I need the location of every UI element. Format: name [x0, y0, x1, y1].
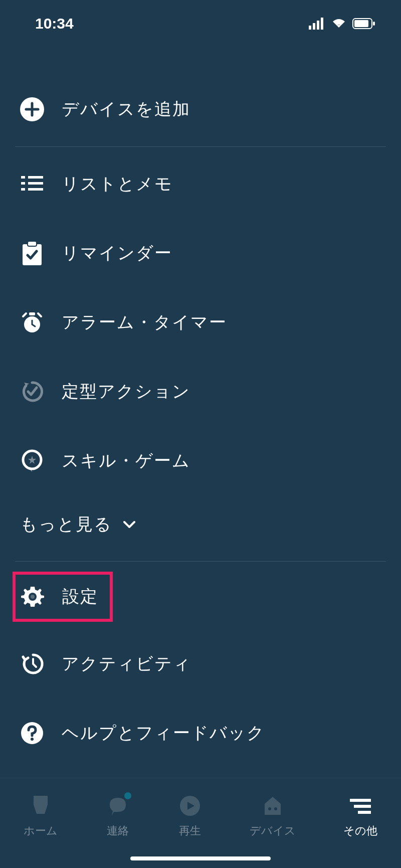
status-time: 10:34: [35, 15, 74, 32]
tab-label-home: ホーム: [24, 823, 58, 838]
svg-rect-13: [28, 188, 43, 191]
home-icon: [28, 793, 53, 818]
devices-icon: [260, 793, 285, 818]
menu-label-skills-games: スキル・ゲーム: [62, 449, 190, 472]
svg-rect-27: [350, 799, 371, 802]
menu-item-add-device[interactable]: デバイスを追加: [15, 82, 386, 136]
menu-label-settings: 設定: [62, 585, 98, 608]
svg-point-22: [31, 738, 34, 741]
battery-icon: [352, 18, 376, 30]
star-bubble-icon: [20, 449, 44, 473]
svg-rect-8: [21, 176, 25, 179]
menu-icon: [348, 793, 373, 818]
menu-label-reminders: リマインダー: [62, 242, 172, 265]
svg-rect-28: [354, 805, 371, 808]
tab-play[interactable]: 再生: [177, 793, 203, 838]
tab-devices[interactable]: デバイス: [250, 793, 296, 838]
chevron-down-icon: [122, 520, 136, 529]
show-more[interactable]: もっと見る: [15, 503, 386, 551]
menu-item-help-feedback[interactable]: ヘルプとフィードバック: [15, 706, 386, 760]
menu-label-add-device: デバイスを追加: [62, 98, 190, 121]
svg-rect-3: [321, 18, 323, 30]
menu-label-help-feedback: ヘルプとフィードバック: [62, 722, 265, 745]
home-indicator[interactable]: [130, 856, 271, 860]
menu-item-routines[interactable]: 定型アクション: [15, 365, 386, 419]
svg-point-25: [268, 807, 271, 810]
tab-home[interactable]: ホーム: [24, 793, 58, 838]
history-icon: [20, 652, 44, 676]
wifi-icon: [331, 18, 347, 30]
svg-rect-29: [358, 811, 371, 814]
svg-rect-1: [313, 23, 315, 30]
svg-rect-15: [28, 241, 37, 246]
svg-rect-0: [309, 26, 311, 30]
tab-label-communicate: 連絡: [107, 823, 129, 838]
status-bar: 10:34: [0, 0, 401, 37]
play-icon: [177, 793, 203, 818]
menu-item-lists-notes[interactable]: リストとメモ: [15, 157, 386, 211]
svg-point-20: [31, 595, 35, 599]
svg-rect-23: [34, 796, 48, 800]
tab-label-more: その他: [343, 823, 377, 838]
tab-more[interactable]: その他: [343, 793, 377, 838]
status-icons: [309, 18, 376, 30]
signal-icon: [309, 18, 326, 30]
question-icon: [20, 721, 44, 745]
divider: [15, 146, 386, 147]
svg-rect-10: [21, 182, 25, 185]
list-icon: [20, 172, 44, 196]
svg-rect-11: [28, 182, 43, 185]
menu-item-alarms-timers[interactable]: アラーム・タイマー: [15, 295, 386, 350]
clipboard-check-icon: [20, 241, 44, 265]
routine-icon: [20, 380, 44, 404]
tab-communicate[interactable]: 連絡: [105, 793, 130, 838]
menu-item-settings[interactable]: 設定: [13, 572, 113, 622]
notification-dot: [124, 792, 131, 799]
tab-label-devices: デバイス: [250, 823, 296, 838]
tab-bar: ホーム 連絡 再生 デバイス その他: [0, 778, 401, 868]
svg-rect-17: [29, 312, 35, 315]
svg-rect-12: [21, 188, 25, 191]
divider: [15, 561, 386, 562]
svg-rect-2: [317, 21, 319, 30]
menu-label-routines: 定型アクション: [62, 380, 190, 403]
svg-rect-9: [28, 176, 43, 179]
content-area: デバイスを追加 リストとメモ リマインダー アラーム・タイマー 定型アクション: [0, 37, 401, 760]
show-more-label: もっと見る: [20, 513, 112, 536]
plus-icon: [20, 97, 44, 121]
menu-item-skills-games[interactable]: スキル・ゲーム: [15, 434, 386, 488]
gear-icon: [21, 585, 45, 609]
svg-rect-6: [373, 22, 375, 26]
svg-point-26: [274, 807, 277, 810]
alarm-icon: [20, 310, 44, 334]
menu-label-lists-notes: リストとメモ: [62, 172, 173, 196]
svg-rect-5: [354, 20, 368, 27]
menu-item-activity[interactable]: アクティビティ: [15, 637, 386, 691]
menu-label-alarms-timers: アラーム・タイマー: [62, 311, 227, 334]
tab-label-play: 再生: [179, 823, 201, 838]
menu-item-reminders[interactable]: リマインダー: [15, 226, 386, 280]
menu-label-activity: アクティビティ: [62, 652, 191, 675]
